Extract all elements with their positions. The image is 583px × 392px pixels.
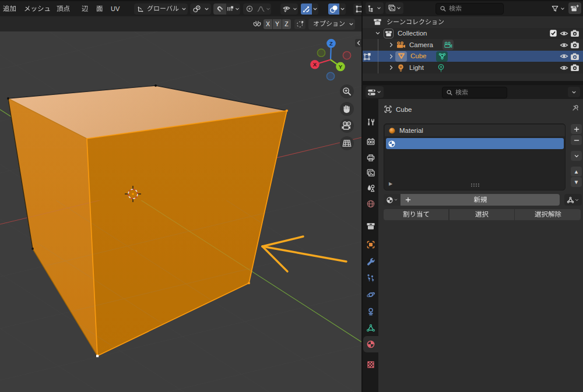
mesh-data-icon[interactable] [436, 51, 448, 62]
tab-modifiers[interactable] [363, 254, 378, 269]
pin-icon[interactable] [571, 104, 580, 112]
window-top-edge [0, 0, 583, 1]
chevron-down-icon[interactable] [559, 5, 566, 12]
tab-object-data[interactable] [363, 320, 378, 336]
properties-search-input[interactable] [442, 87, 507, 98]
menu-mesh[interactable] [24, 1, 51, 16]
slot-specials-button[interactable] [571, 151, 582, 161]
tab-material[interactable] [363, 337, 378, 352]
tab-world[interactable] [363, 196, 378, 211]
expand-chevron[interactable] [388, 41, 395, 48]
chevron-down-icon[interactable] [234, 6, 240, 12]
menu-uv[interactable]: UV [111, 1, 120, 16]
mirror-y-toggle[interactable]: Y [273, 19, 282, 30]
pivot-point-dropdown[interactable] [190, 3, 211, 15]
camera-view-button[interactable] [340, 119, 354, 133]
gizmo-axis-neg-x[interactable] [343, 52, 350, 59]
expand-chevron[interactable] [388, 64, 395, 71]
display-mode-dropdown[interactable] [385, 2, 403, 14]
magnet-icon[interactable] [213, 3, 226, 15]
expand-chevron[interactable] [388, 53, 395, 60]
disable-in-renders-toggle[interactable] [570, 52, 580, 61]
material-slot-row[interactable]: Material [385, 125, 565, 136]
disable-in-renders-toggle[interactable] [570, 29, 580, 38]
editor-type-dropdown[interactable] [366, 86, 384, 98]
tab-render[interactable] [363, 134, 378, 149]
menu-add[interactable] [3, 1, 16, 16]
new-collection-button[interactable] [568, 2, 581, 14]
collection-checkbox[interactable] [549, 29, 557, 37]
auto-merge-toggle[interactable] [294, 19, 305, 30]
outliner-row-light[interactable] [363, 62, 583, 73]
mirror-z-toggle[interactable]: Z [282, 19, 291, 30]
deselect-button[interactable] [515, 209, 581, 220]
properties-options-dropdown[interactable] [568, 87, 580, 97]
transform-orientation-dropdown[interactable] [134, 3, 188, 15]
hide-in-viewport-toggle[interactable] [560, 29, 568, 38]
add-slot-button[interactable] [571, 124, 582, 134]
viewport-3d[interactable]: Z X Y [0, 31, 361, 392]
list-resize-grip[interactable] [470, 183, 480, 187]
disable-in-renders-toggle[interactable] [570, 40, 580, 50]
tool-settings-bar: X Y Z [0, 16, 361, 31]
breadcrumb-object[interactable]: Cube [396, 105, 412, 114]
tab-object[interactable] [363, 237, 378, 252]
menu-face[interactable] [96, 1, 103, 16]
camera-data-icon[interactable] [442, 40, 454, 50]
chevron-down-icon[interactable] [265, 6, 271, 12]
zoom-button[interactable] [340, 84, 354, 98]
remove-slot-button[interactable] [571, 135, 582, 145]
tab-scene[interactable] [363, 181, 378, 196]
tab-collection[interactable] [363, 218, 378, 234]
cube-label[interactable]: Cube [410, 52, 427, 59]
light-label[interactable]: Light [409, 64, 424, 71]
move-slot-down-button[interactable]: ▼ [571, 177, 582, 187]
link-material-dropdown[interactable] [564, 194, 582, 206]
pan-button[interactable] [340, 102, 354, 116]
editor-type-dropdown[interactable] [366, 2, 384, 14]
overlays-dropdown[interactable] [339, 3, 346, 15]
snap-increment-icon[interactable] [226, 5, 234, 13]
menu-vertex[interactable] [57, 1, 70, 16]
options-dropdown[interactable] [308, 19, 355, 30]
browse-material-button[interactable] [384, 194, 400, 206]
list-expand-triangle[interactable]: ▶ [389, 181, 395, 187]
tab-particles[interactable] [363, 270, 378, 285]
show-overlays-toggle[interactable] [328, 3, 339, 15]
disable-in-renders-toggle[interactable] [570, 63, 580, 72]
mirror-x-toggle[interactable]: X [264, 19, 272, 30]
new-material-button[interactable] [401, 194, 560, 206]
tab-output[interactable] [363, 150, 378, 165]
sidebar-collapse-tab[interactable] [355, 39, 361, 47]
collapse-chevron[interactable] [374, 30, 381, 37]
menu-edge[interactable] [82, 1, 89, 16]
hide-in-viewport-toggle[interactable] [560, 41, 568, 50]
show-gizmo-toggle[interactable] [301, 3, 312, 15]
filter-funnel-icon[interactable] [550, 3, 559, 15]
tab-view-layer[interactable] [363, 165, 378, 181]
proportional-editing-icon[interactable] [243, 5, 256, 13]
material-slot-row-selected[interactable] [386, 138, 564, 149]
light-object-icon [396, 63, 405, 72]
outliner-search-input[interactable] [436, 3, 504, 15]
assign-button[interactable] [384, 209, 448, 220]
move-slot-up-button[interactable]: ▲ [571, 167, 582, 176]
hide-in-viewport-toggle[interactable] [560, 52, 568, 61]
gizmo-dropdown[interactable] [312, 3, 318, 15]
scene-collection-label[interactable] [387, 19, 444, 26]
camera-label[interactable]: Camera [409, 41, 433, 48]
collection-label[interactable]: Collection [398, 30, 427, 37]
ortho-grid-button[interactable] [340, 136, 354, 150]
panel-splitter[interactable] [361, 81, 583, 85]
visibility-dropdown[interactable] [280, 3, 298, 15]
tab-constraints[interactable] [363, 304, 378, 319]
select-button[interactable] [449, 209, 514, 220]
tab-tool[interactable] [363, 115, 378, 130]
light-data-icon[interactable] [437, 63, 445, 72]
gizmo-axis-neg-z[interactable] [326, 72, 334, 80]
tab-texture[interactable] [363, 357, 378, 372]
falloff-curve-icon[interactable] [256, 5, 265, 13]
tab-physics[interactable] [363, 287, 378, 302]
gizmo-axis-neg-y[interactable] [317, 49, 325, 56]
hide-in-viewport-toggle[interactable] [560, 63, 568, 72]
